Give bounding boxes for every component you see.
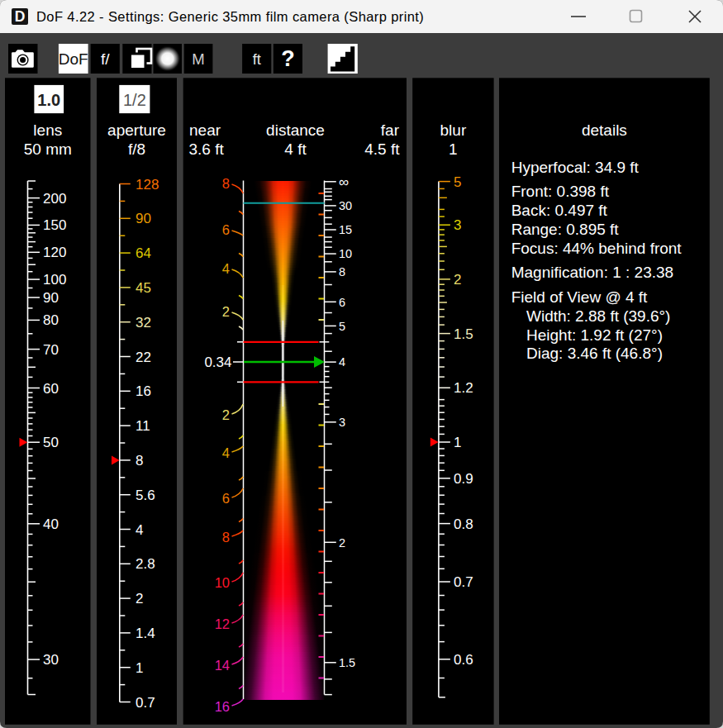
svg-text:2.8: 2.8: [136, 556, 155, 572]
svg-text:16: 16: [136, 383, 151, 399]
svg-text:0.7: 0.7: [454, 574, 473, 590]
svg-text:8: 8: [222, 176, 230, 191]
svg-text:∞: ∞: [339, 174, 349, 190]
svg-text:8: 8: [222, 530, 230, 545]
svg-text:ft: ft: [253, 51, 261, 68]
svg-text:DoF 4.22 - Settings: Generic 3: DoF 4.22 - Settings: Generic 35mm film c…: [36, 9, 424, 24]
svg-text:Back: 0.497 ft: Back: 0.497 ft: [511, 202, 608, 219]
svg-text:1.2: 1.2: [454, 380, 473, 396]
svg-text:6: 6: [222, 222, 230, 237]
svg-text:5: 5: [454, 174, 461, 190]
svg-text:8: 8: [136, 453, 143, 469]
svg-text:2: 2: [222, 407, 230, 422]
svg-text:16: 16: [215, 699, 230, 714]
svg-text:1.5: 1.5: [454, 326, 473, 342]
svg-text:2: 2: [136, 591, 143, 607]
svg-text:0.9: 0.9: [454, 471, 473, 487]
svg-text:0.34: 0.34: [204, 354, 231, 370]
svg-text:70: 70: [43, 342, 59, 358]
svg-text:12: 12: [215, 616, 230, 631]
svg-text:D: D: [15, 8, 26, 25]
svg-text:Focus: 44% behind front: Focus: 44% behind front: [511, 240, 683, 257]
svg-text:4 ft: 4 ft: [284, 140, 307, 158]
svg-text:M: M: [192, 50, 204, 68]
svg-text:f/8: f/8: [128, 140, 145, 158]
svg-text:2: 2: [222, 304, 230, 319]
svg-text:Field of View @ 4 ft: Field of View @ 4 ft: [511, 288, 648, 306]
svg-text:128: 128: [136, 177, 159, 193]
svg-text:near: near: [189, 121, 221, 139]
svg-text:100: 100: [43, 272, 66, 288]
svg-text:50: 50: [43, 435, 59, 450]
svg-text:3: 3: [339, 416, 345, 429]
svg-text:Height: 1.92 ft (27°): Height: 1.92 ft (27°): [526, 326, 663, 344]
svg-text:150: 150: [43, 217, 66, 233]
svg-text:lens: lens: [33, 121, 62, 139]
svg-text:far: far: [381, 121, 400, 139]
svg-text:2: 2: [454, 272, 461, 288]
svg-text:200: 200: [43, 191, 66, 207]
svg-text:4: 4: [222, 445, 230, 460]
svg-text:1.0: 1.0: [37, 91, 60, 109]
svg-text:3: 3: [454, 217, 461, 233]
svg-text:0.7: 0.7: [136, 695, 155, 711]
svg-text:45: 45: [136, 280, 151, 296]
svg-text:distance: distance: [266, 121, 325, 139]
svg-text:Diag: 3.46 ft (46.8°): Diag: 3.46 ft (46.8°): [526, 345, 663, 362]
svg-text:10: 10: [215, 575, 230, 590]
svg-text:1: 1: [449, 140, 458, 158]
svg-text:30: 30: [339, 199, 352, 212]
svg-text:Width: 2.88 ft (39.6°): Width: 2.88 ft (39.6°): [526, 307, 670, 325]
svg-text:1: 1: [136, 660, 143, 676]
svg-text:DoF: DoF: [59, 50, 88, 68]
svg-text:22: 22: [136, 350, 151, 365]
svg-text:5: 5: [339, 320, 345, 333]
svg-text:1: 1: [454, 435, 461, 450]
svg-text:14: 14: [215, 658, 230, 673]
svg-text:1/2: 1/2: [123, 91, 146, 109]
svg-text:1.5: 1.5: [339, 656, 355, 669]
svg-text:aperture: aperture: [107, 121, 166, 139]
svg-text:15: 15: [339, 223, 352, 236]
svg-text:Magnification: 1 : 23.38: Magnification: 1 : 23.38: [511, 264, 673, 281]
svg-text:0.6: 0.6: [454, 652, 473, 668]
svg-text:40: 40: [43, 516, 59, 532]
svg-text:Range: 0.895 ft: Range: 0.895 ft: [511, 221, 620, 238]
svg-text:5.6: 5.6: [136, 488, 155, 503]
svg-text:50 mm: 50 mm: [24, 140, 72, 158]
svg-text:90: 90: [43, 290, 59, 306]
svg-text:4: 4: [222, 261, 230, 276]
svg-text:11: 11: [136, 418, 150, 434]
svg-text:6: 6: [339, 296, 345, 309]
svg-text:120: 120: [43, 245, 66, 260]
svg-text:0.8: 0.8: [454, 516, 473, 532]
svg-text:blur: blur: [440, 121, 467, 139]
svg-text:Front: 0.398 ft: Front: 0.398 ft: [511, 183, 610, 200]
svg-text:64: 64: [136, 245, 151, 261]
svg-text:?: ?: [281, 46, 295, 71]
svg-text:1.4: 1.4: [136, 626, 155, 641]
svg-text:6: 6: [222, 491, 230, 506]
svg-text:2: 2: [339, 536, 345, 550]
svg-text:10: 10: [339, 247, 352, 260]
svg-text:90: 90: [136, 211, 151, 226]
svg-text:3.6 ft: 3.6 ft: [189, 140, 225, 158]
svg-text:8: 8: [339, 265, 345, 278]
svg-text:4: 4: [339, 355, 345, 369]
svg-text:Hyperfocal: 34.9 ft: Hyperfocal: 34.9 ft: [511, 159, 640, 176]
svg-text:f/: f/: [101, 50, 110, 68]
svg-text:60: 60: [43, 381, 59, 397]
svg-text:80: 80: [43, 312, 59, 328]
svg-text:4.5 ft: 4.5 ft: [364, 140, 400, 158]
svg-text:32: 32: [136, 315, 151, 331]
svg-text:30: 30: [43, 652, 59, 668]
svg-text:details: details: [582, 121, 627, 139]
svg-text:4: 4: [136, 522, 143, 538]
